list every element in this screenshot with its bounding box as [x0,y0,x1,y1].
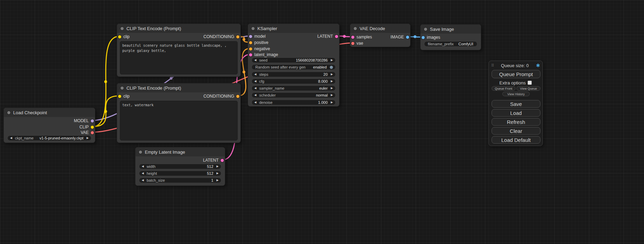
node-graph-canvas[interactable]: Load Checkpoint MODEL CLIP VAE ◀ ckpt_na… [0,0,644,244]
widget-label: ckpt_name [15,136,34,140]
output-port-latent[interactable] [335,35,338,38]
next-arrow-icon[interactable]: ▶ [87,137,89,139]
prev-arrow-icon[interactable]: ◀ [254,101,256,104]
slot-label: vae [356,41,363,46]
widget-value: enabled [307,65,327,69]
output-port-conditioning[interactable] [236,95,239,98]
widget-value: normal [277,93,328,97]
next-arrow-icon[interactable]: ▶ [217,165,219,168]
output-port-model[interactable] [91,119,94,123]
load-default-button[interactable]: Load Default [492,136,540,144]
node-titlebar[interactable]: VAE Decode [350,24,410,33]
input-port-clip[interactable] [118,35,121,38]
next-arrow-icon[interactable]: ▶ [331,101,333,104]
widget-value: ComfyUI [456,42,473,46]
collapse-dot-icon[interactable] [354,27,357,30]
prev-arrow-icon[interactable]: ◀ [142,179,144,182]
input-port-vae[interactable] [351,42,354,45]
view-queue-button[interactable]: View Queue [517,86,540,91]
output-port-clip[interactable] [91,126,94,129]
input-port-model[interactable] [249,35,252,38]
view-history-button[interactable]: View History [502,92,530,96]
widget-denoise[interactable]: ◀ denoise 1.000 ▶ [252,100,336,105]
settings-gear-icon[interactable]: ✱ [536,63,540,68]
slot-label: CLIP [79,125,89,129]
widget-steps[interactable]: ◀ steps 20 ▶ [252,72,336,77]
load-button[interactable]: Load [492,109,540,117]
collapse-dot-icon[interactable] [121,87,124,90]
next-arrow-icon[interactable]: ▶ [217,179,219,182]
refresh-button[interactable]: Refresh [492,118,540,126]
input-port-positive[interactable] [249,41,252,44]
input-port-negative[interactable] [249,47,252,51]
toggle-dot-icon[interactable] [330,66,333,69]
queue-menu-panel[interactable]: ⠿ Queue size: 0 ✱ Queue Prompt Extra opt… [488,61,543,146]
prev-arrow-icon[interactable]: ◀ [142,165,144,168]
prompt-textarea[interactable]: beautiful scenery nature glass bottle la… [120,41,238,74]
node-vae-decode[interactable]: VAE Decode samples vae IMAGE [350,24,411,47]
prev-arrow-icon[interactable]: ◀ [254,94,256,97]
widget-batch-size[interactable]: ◀ batch_size 1 ▶ [139,178,221,183]
queue-front-button[interactable]: Queue Front [492,86,515,91]
node-save-image[interactable]: Save Image images filename_prefix ComfyU… [420,24,481,50]
widget-value: 156680208700286 [269,58,328,62]
node-titlebar[interactable]: CLIP Text Encode (Prompt) [117,83,240,92]
next-arrow-icon[interactable]: ▶ [331,94,333,97]
input-port-clip[interactable] [118,95,121,98]
node-titlebar[interactable]: KSampler [248,24,339,33]
collapse-dot-icon[interactable] [121,27,124,30]
node-titlebar[interactable]: Save Image [421,25,481,34]
collapse-dot-icon[interactable] [252,27,255,30]
widget-seed[interactable]: ◀ seed 156680208700286 ▶ [252,57,336,63]
input-port-images[interactable] [422,36,425,39]
extra-options-checkbox[interactable] [528,81,532,85]
node-clip-text-encode-negative[interactable]: CLIP Text Encode (Prompt) clip CONDITION… [117,83,241,143]
output-port-image[interactable] [406,36,409,39]
prev-arrow-icon[interactable]: ◀ [254,80,256,83]
widget-filename-prefix[interactable]: filename_prefix ComfyUI [424,41,477,47]
drag-handle-icon[interactable]: ⠿ [491,63,494,68]
node-ksampler[interactable]: KSampler model positive negative latent_… [248,24,339,107]
extra-options-row: Extra options [489,80,542,85]
save-button[interactable]: Save [492,100,540,108]
next-arrow-icon[interactable]: ▶ [331,73,333,76]
prev-arrow-icon[interactable]: ◀ [142,172,144,175]
next-arrow-icon[interactable]: ▶ [331,59,333,62]
prev-arrow-icon[interactable]: ◀ [10,137,12,139]
next-arrow-icon[interactable]: ▶ [217,172,219,175]
node-clip-text-encode-positive[interactable]: CLIP Text Encode (Prompt) clip CONDITION… [117,24,241,77]
output-port-latent[interactable] [221,159,224,162]
widget-width[interactable]: ◀ width 512 ▶ [139,164,221,169]
next-arrow-icon[interactable]: ▶ [331,80,333,83]
node-titlebar[interactable]: Load Checkpoint [4,108,95,117]
prev-arrow-icon[interactable]: ◀ [254,59,256,62]
widget-ckpt-name[interactable]: ◀ ckpt_name v1-5-pruned-emaonly.ckpt ▶ [7,135,91,141]
output-port-conditioning[interactable] [236,35,239,38]
widget-value: 8.000 [266,79,328,83]
node-empty-latent-image[interactable]: Empty Latent Image LATENT ◀ width 512 ▶ … [135,147,225,186]
widget-scheduler[interactable]: ◀ scheduler normal ▶ [252,92,336,98]
queue-prompt-button[interactable]: Queue Prompt [492,70,540,78]
output-port-vae[interactable] [91,131,94,134]
collapse-dot-icon[interactable] [7,111,10,114]
widget-random-seed-toggle[interactable]: Random seed after every gen enabled [252,64,336,70]
node-titlebar[interactable]: Empty Latent Image [135,147,225,156]
next-arrow-icon[interactable]: ▶ [331,87,333,90]
input-port-samples[interactable] [351,36,354,39]
node-load-checkpoint[interactable]: Load Checkpoint MODEL CLIP VAE ◀ ckpt_na… [3,108,95,143]
widget-height[interactable]: ◀ height 512 ▶ [139,171,221,176]
slot-label: clip [123,94,130,99]
widget-cfg[interactable]: ◀ cfg 8.000 ▶ [252,79,336,84]
slot-label: LATENT [203,158,219,163]
collapse-dot-icon[interactable] [424,28,427,31]
widget-sampler-name[interactable]: ◀ sampler_name euler ▶ [252,85,336,91]
prompt-textarea[interactable]: text, watermark [120,101,238,141]
widget-label: sampler_name [259,86,284,90]
clear-button[interactable]: Clear [492,127,540,135]
queue-panel-titlebar: ⠿ Queue size: 0 ✱ [489,62,542,69]
input-port-latent-image[interactable] [249,53,252,56]
collapse-dot-icon[interactable] [139,151,142,154]
node-titlebar[interactable]: CLIP Text Encode (Prompt) [117,24,240,33]
prev-arrow-icon[interactable]: ◀ [254,87,256,90]
prev-arrow-icon[interactable]: ◀ [254,73,256,76]
